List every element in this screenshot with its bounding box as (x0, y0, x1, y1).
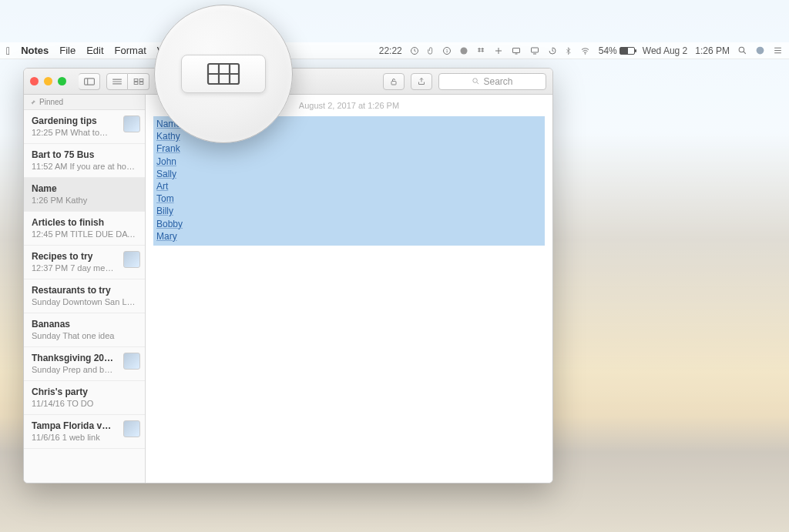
share-note-button[interactable] (411, 73, 432, 90)
notes-window: Search Pinned Gardening tips12:25 PM Wha… (23, 68, 553, 483)
note-list-item[interactable]: Thanksgiving 20…Sunday Prep and b… (24, 347, 145, 381)
menubar-clock-small[interactable]: 22:22 (379, 45, 402, 56)
note-text-line: Art (156, 180, 542, 192)
note-item-title: Thanksgiving 20… (32, 353, 137, 363)
timemachine-icon[interactable] (548, 46, 557, 55)
note-list-item[interactable]: Name1:26 PM Kathy (24, 178, 145, 212)
apple-menu-icon[interactable]:  (6, 45, 10, 57)
note-list-item[interactable]: BananasSunday That one idea (24, 313, 145, 347)
grid-view-button[interactable] (128, 73, 149, 90)
note-item-title: Recipes to try (32, 251, 137, 262)
note-text-line: Tom (156, 192, 542, 205)
menubar-time[interactable]: 1:26 PM (695, 45, 730, 56)
plus-icon[interactable] (494, 46, 503, 55)
note-item-title: Chris's party (32, 386, 137, 397)
notes-sidebar: Pinned Gardening tips12:25 PM What to…Ba… (24, 95, 146, 483)
callout-magnifier (154, 5, 293, 143)
paperclip-icon[interactable] (427, 46, 435, 55)
note-item-title: Name (32, 183, 137, 194)
bluetooth-icon[interactable] (565, 45, 572, 55)
svg-rect-13 (139, 82, 143, 84)
svg-rect-10 (134, 79, 138, 81)
sidebar-toggle-button[interactable] (79, 73, 100, 90)
note-list-item[interactable]: Bart to 75 Bus11:52 AM If you are at hom… (24, 144, 145, 178)
svg-rect-11 (139, 79, 143, 81)
notification-center-icon[interactable] (773, 45, 783, 55)
svg-rect-4 (512, 48, 519, 52)
note-list-item[interactable]: Chris's party11/14/16 TO DO (24, 381, 145, 415)
timer-icon[interactable] (410, 46, 419, 55)
note-item-title: Restaurants to try (32, 285, 137, 296)
svg-rect-12 (134, 82, 138, 84)
note-editor[interactable]: August 2, 2017 at 1:26 PM NameKathyFrank… (146, 95, 552, 483)
note-item-subtitle: 12:37 PM 7 day me… (32, 263, 137, 273)
lock-note-button[interactable] (383, 73, 405, 90)
menubar-date[interactable]: Wed Aug 2 (643, 45, 688, 56)
svg-point-7 (739, 47, 744, 52)
dropbox-icon[interactable] (476, 46, 486, 55)
svg-text:1: 1 (445, 49, 448, 53)
menu-edit[interactable]: Edit (86, 45, 103, 56)
spotlight-icon[interactable] (737, 45, 747, 55)
window-traffic-lights (30, 77, 66, 85)
svg-point-6 (585, 53, 586, 55)
note-item-subtitle: 11/6/16 1 web link (32, 433, 137, 442)
table-toolbar-button[interactable] (181, 55, 266, 93)
note-text-line: Mary (156, 230, 542, 243)
svg-rect-9 (84, 78, 94, 84)
svg-rect-14 (391, 81, 396, 85)
minimize-window-button[interactable] (44, 77, 52, 85)
battery-icon (619, 47, 635, 55)
svg-point-3 (460, 47, 467, 54)
1password-icon[interactable]: 1 (442, 46, 452, 55)
note-item-thumbnail (123, 420, 140, 437)
note-item-title: Tampa Florida v… (32, 420, 137, 431)
battery-indicator[interactable]: 54% (599, 45, 635, 56)
note-item-subtitle: 11/14/16 TO DO (32, 399, 137, 408)
note-item-subtitle: Sunday That one idea (32, 331, 137, 340)
note-item-title: Bananas (32, 319, 137, 330)
note-item-thumbnail (123, 353, 140, 370)
note-item-subtitle: Sunday Prep and b… (32, 365, 137, 374)
note-text-line: Sally (156, 168, 542, 180)
menu-file[interactable]: File (59, 45, 76, 56)
wifi-icon[interactable] (579, 46, 591, 55)
note-item-title: Articles to finish (32, 217, 137, 228)
note-item-subtitle: 1:26 PM Kathy (32, 196, 137, 205)
note-item-subtitle: 12:25 PM What to… (32, 128, 137, 137)
list-view-button[interactable] (106, 73, 128, 90)
note-list-item[interactable]: Articles to finish12:45 PM TITLE DUE DAT… (24, 212, 145, 246)
note-item-subtitle: 11:52 AM If you are at home (32, 162, 137, 171)
zoom-window-button[interactable] (58, 77, 66, 85)
note-list-item[interactable]: Recipes to try12:37 PM 7 day me… (24, 246, 145, 279)
pinned-section-header: Pinned (24, 95, 145, 110)
search-icon (472, 77, 480, 85)
svg-point-15 (473, 79, 478, 83)
menubar:  Notes File Edit Format View 22:22 1 (0, 42, 789, 59)
note-text-line: John (156, 156, 542, 168)
note-item-subtitle: Sunday Downtown San Lea… (32, 297, 137, 306)
display-icon[interactable] (529, 46, 540, 55)
note-item-title: Bart to 75 Bus (32, 149, 137, 160)
menu-format[interactable]: Format (115, 45, 146, 56)
pin-icon (30, 99, 36, 105)
note-list-item[interactable]: Restaurants to trySunday Downtown San Le… (24, 279, 145, 313)
note-text-line: Billy (156, 205, 542, 217)
search-placeholder: Search (483, 76, 512, 87)
note-text-line: Frank (156, 142, 542, 155)
search-field[interactable]: Search (438, 73, 546, 90)
svg-point-8 (757, 47, 764, 55)
note-item-subtitle: 12:45 PM TITLE DUE DATE… (32, 229, 137, 239)
close-window-button[interactable] (30, 77, 39, 85)
note-item-title: Gardening tips (32, 115, 137, 126)
siri-icon[interactable] (755, 45, 765, 55)
note-text-line: Bobby (156, 218, 542, 230)
note-item-thumbnail (123, 251, 140, 268)
note-list-item[interactable]: Gardening tips12:25 PM What to… (24, 110, 145, 144)
fantastical-icon[interactable] (459, 46, 468, 55)
note-item-thumbnail (123, 115, 140, 132)
app-name[interactable]: Notes (21, 45, 49, 56)
note-list-item[interactable]: Tampa Florida v…11/6/16 1 web link (24, 415, 145, 449)
tv-icon[interactable] (511, 46, 522, 55)
svg-rect-5 (531, 48, 538, 52)
